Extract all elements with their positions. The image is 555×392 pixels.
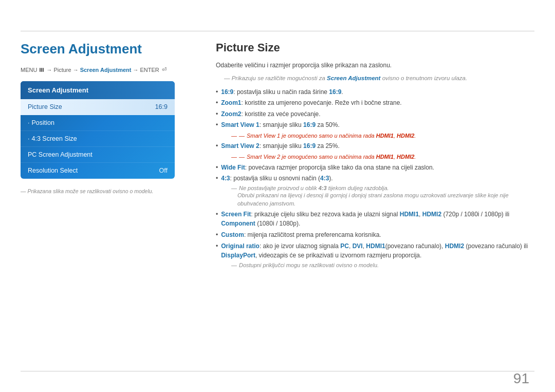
list-item-zoom2-text: Zoom2: koristite za veće povećanje. [221,109,320,119]
enter-icon: ⏎ [162,66,166,73]
arrow3: → [133,67,138,73]
list-item-custom: Custom: mijenja različitost prema prefer… [216,230,534,240]
smartview2-note: — Smart View 2 je omogućeno samo u način… [231,153,534,161]
originalratio-note: — Dostupni priključci mogu se razlikovat… [231,262,534,268]
feature-list: 16:9: postavlja sliku u način rada širin… [216,87,534,130]
panel-header: Screen Adjustment [21,81,175,99]
panel-item-resolution[interactable]: Resolution Select Off [21,163,175,179]
right-column: Picture Size Odaberite veličinu i razmje… [216,36,534,268]
list-item-smartview1-text: Smart View 1: smanjuje sliku 16:9 za 50%… [221,120,340,130]
top-divider [21,31,534,31]
43-note-1: — Ne postavljajte proizvod u oblik 4:3 t… [231,185,534,208]
list-item-screenfit: Screen Fit: prikazuje cijelu sliku bez r… [216,210,534,229]
smartview1-note: — Smart View 1 je omogućeno samo u način… [231,132,534,140]
intro-text: Odaberite veličinu i razmjer proporcija … [216,61,534,70]
menu-label: MENU [21,67,37,73]
pcscreen-label: PC Screen Adjustment [28,151,92,158]
feature-list-3: Wide Fit: povećava razmjer proporcija sl… [216,163,534,183]
list-item-43: 4:3: postavlja sliku u osnovni način (4:… [216,174,534,183]
feature-list-4: Screen Fit: prikazuje cijelu sliku bez r… [216,210,534,260]
panel-item-picture-size[interactable]: Picture Size 16:9 [21,99,175,115]
panel-item-43screen[interactable]: ·4:3 Screen Size [21,131,175,147]
enter-label: ENTER [140,67,159,73]
list-item-screenfit-text: Screen Fit: prikazuje cijelu sliku bez r… [221,210,534,229]
list-item-originalratio-text: Original ratio: ako je izvor ulaznog sig… [221,241,534,260]
position-label: ·Position [28,119,54,126]
highlight-label: Screen Adjustment [80,67,132,73]
panel-item-position[interactable]: ·Position [21,115,175,131]
43-note-2: Obrubi prikazani na lijevoj i desnoj ili… [237,191,534,208]
list-item-custom-text: Custom: mijenja različitost prema prefer… [221,230,381,240]
page-number: 91 [513,370,529,387]
menu-icon [40,68,44,72]
list-item-43-text: 4:3: postavlja sliku u osnovni način (4:… [221,174,332,183]
picture-label: Picture [53,67,71,73]
list-item-widefit-text: Wide Fit: povećava razmjer proporcija sl… [221,163,434,173]
list-item-zoom1-text: Zoom1: koristite za umjereno povećanje. … [221,98,402,108]
smartview2-note-text: Smart View 2 je omogućeno samo u načinim… [247,153,416,161]
resolution-label: Resolution Select [28,167,78,174]
list-item-zoom1: Zoom1: koristite za umjereno povećanje. … [216,98,534,108]
list-item-smartview2: Smart View 2: smanjuje sliku 16:9 za 25%… [216,141,534,151]
breadcrumb: MENU → Picture → Screen Adjustment → ENT… [21,66,195,73]
left-column: Screen Adjustment MENU → Picture → Scree… [21,36,195,194]
section-title: Screen Adjustment [21,41,195,57]
smartview1-note-text: Smart View 1 je omogućeno samo u načinim… [247,132,416,140]
arrow1: → [46,67,52,73]
resolution-value: Off [159,167,168,174]
list-item-originalratio: Original ratio: ako je izvor ulaznog sig… [216,241,534,260]
right-section-title: Picture Size [216,41,534,54]
panel-item-pcscreen[interactable]: PC Screen Adjustment [21,147,175,163]
originalratio-note-text: Dostupni priključci mogu se razlikovati … [239,262,379,268]
list-item-169-text: 16:9: postavlja sliku u način rada širin… [221,87,343,97]
screen-adjustment-panel: Screen Adjustment Picture Size 16:9 ·Pos… [21,81,175,179]
picture-size-label: Picture Size [28,103,62,110]
picture-size-value: 16:9 [155,103,168,110]
sub-intro: — Prikazuju se različite mogućnosti za S… [224,73,534,83]
list-item-smartview2-text: Smart View 2: smanjuje sliku 16:9 za 25%… [221,141,340,151]
panel-note: Prikazana slika može se razlikovati ovis… [21,188,195,194]
bottom-divider [21,371,534,371]
list-item-169: 16:9: postavlja sliku u način rada širin… [216,87,534,97]
list-item-widefit: Wide Fit: povećava razmjer proporcija sl… [216,163,534,173]
43-note-1-text: Ne postavljajte proizvod u oblik 4:3 tij… [239,185,389,191]
list-item-smartview1: Smart View 1: smanjuje sliku 16:9 za 50%… [216,120,534,130]
arrow2: → [73,67,79,73]
43screen-label: ·4:3 Screen Size [28,135,77,142]
feature-list-2: Smart View 2: smanjuje sliku 16:9 za 25%… [216,141,534,151]
list-item-zoom2: Zoom2: koristite za veće povećanje. [216,109,534,119]
